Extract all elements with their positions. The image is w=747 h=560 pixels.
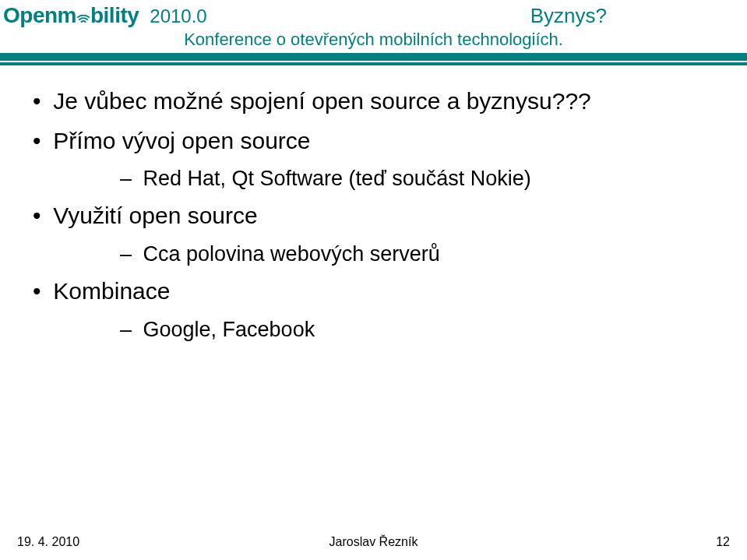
- bullet-level2: – Google, Facebook: [120, 315, 719, 343]
- bullet-dot-icon: •: [33, 86, 47, 118]
- divider-thin: [0, 62, 747, 65]
- bullet-level1: • Je vůbec možné spojení open source a b…: [33, 86, 719, 118]
- bullet-dot-icon: •: [33, 200, 47, 232]
- bullet-text: Přímo vývoj open source: [53, 128, 310, 153]
- bullet-dash-icon: –: [120, 315, 137, 343]
- page-number: 12: [716, 535, 730, 549]
- version: 2010.0: [150, 5, 206, 27]
- bullet-dot-icon: •: [33, 125, 47, 157]
- bullet-dot-icon: •: [33, 276, 47, 308]
- footer-author: Jaroslav Řezník: [329, 535, 418, 549]
- bullet-text: Využití open source: [53, 203, 257, 228]
- brand: Openm bility 2010.0: [3, 3, 207, 28]
- header: Openm bility 2010.0 Byznys?: [0, 0, 747, 65]
- content: • Je vůbec možné spojení open source a b…: [0, 65, 747, 560]
- divider-thick: [0, 53, 747, 61]
- slide-title: Byznys?: [530, 4, 607, 28]
- bullet-dash-icon: –: [120, 164, 137, 192]
- slide: Openm bility 2010.0 Byznys?: [0, 0, 747, 560]
- footer-date: 19. 4. 2010: [17, 535, 79, 549]
- logo-text-left: Openm: [3, 3, 76, 28]
- logo-text-right: bility: [90, 3, 139, 28]
- bullet-text: Google, Facebook: [143, 318, 315, 341]
- wifi-icon: [77, 5, 90, 26]
- subtitle: Konference o otevřených mobilních techno…: [0, 30, 747, 50]
- bullet-text: Cca polovina webových serverů: [143, 242, 440, 266]
- bullet-level2: – Red Hat, Qt Software (teď součást Noki…: [120, 164, 719, 192]
- bullet-text: Red Hat, Qt Software (teď součást Nokie): [143, 167, 531, 190]
- logo: Openm bility: [3, 3, 139, 28]
- bullet-text: Kombinace: [53, 278, 170, 304]
- bullet-text: Je vůbec možné spojení open source a byz…: [53, 88, 590, 114]
- bullet-level1: • Přímo vývoj open source: [33, 125, 719, 157]
- bullet-level2: – Cca polovina webových serverů: [120, 240, 719, 268]
- bullet-level1: • Kombinace: [33, 276, 719, 308]
- header-row: Openm bility 2010.0 Byznys?: [0, 0, 747, 28]
- bullet-level1: • Využití open source: [33, 200, 719, 232]
- footer: 19. 4. 2010 Jaroslav Řezník 12: [0, 535, 747, 549]
- bullet-dash-icon: –: [120, 240, 137, 268]
